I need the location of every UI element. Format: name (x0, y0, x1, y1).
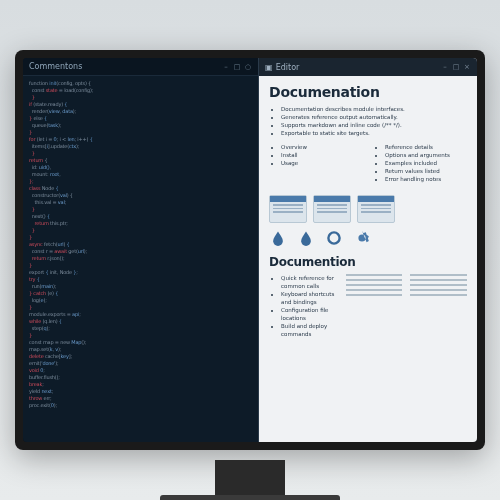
doc-heading-2: Documention (269, 255, 467, 269)
doc-item: Error handling notes (385, 175, 467, 183)
code-line[interactable]: items[i].update(ctx); (29, 143, 252, 150)
close-icon[interactable]: × (463, 63, 471, 71)
left-pane-title: Commentons (29, 62, 82, 71)
code-line[interactable]: } (29, 150, 252, 157)
code-line[interactable]: map.set(k, v); (29, 346, 252, 353)
code-line[interactable]: queue(task); (29, 122, 252, 129)
tile-row (269, 195, 467, 223)
right-pane-title: Editor (276, 63, 300, 72)
code-line[interactable]: } (29, 262, 252, 269)
doc-item: Documentation describes module interface… (281, 105, 467, 113)
code-line[interactable]: for (let i = 0; i < len; i++) { (29, 136, 252, 143)
preview-tile[interactable] (269, 195, 307, 223)
documentation-pane: ▣ Editor – □ × Documenation Documentatio… (259, 58, 477, 442)
code-line[interactable]: } else { (29, 115, 252, 122)
doc-heading-1: Documenation (269, 84, 467, 100)
code-line[interactable]: const r = await get(url); (29, 248, 252, 255)
code-line[interactable]: next() { (29, 213, 252, 220)
code-line[interactable]: } (29, 332, 252, 339)
preview-tile[interactable] (313, 195, 351, 223)
maximize-icon[interactable]: □ (233, 63, 241, 71)
code-line[interactable]: return r.json(); (29, 255, 252, 262)
code-line[interactable]: if (state.ready) { (29, 101, 252, 108)
preview-tile[interactable] (357, 195, 395, 223)
doc-item: Usage (281, 159, 363, 167)
right-window-controls: – □ × (441, 63, 471, 71)
code-line[interactable]: class Node { (29, 185, 252, 192)
doc-item: Generates reference output automatically… (281, 113, 467, 121)
code-line[interactable]: }; (29, 178, 252, 185)
doc-item: Return values listed (385, 167, 467, 175)
code-line[interactable]: try { (29, 276, 252, 283)
doc-item: Configuration file locations (281, 306, 338, 322)
doc-item: Examples included (385, 159, 467, 167)
doc-item: Options and arguments (385, 151, 467, 159)
doc-item: Install (281, 151, 363, 159)
code-line[interactable]: yield next; (29, 388, 252, 395)
gear-icon[interactable] (353, 229, 371, 247)
code-line[interactable]: } (29, 94, 252, 101)
code-line[interactable]: break; (29, 381, 252, 388)
code-line[interactable]: id: uid(), (29, 164, 252, 171)
code-line[interactable]: module.exports = api; (29, 311, 252, 318)
code-line[interactable]: proc.exit(0); (29, 402, 252, 409)
left-window-controls: – □ ○ (222, 63, 252, 71)
drop-icon[interactable] (269, 229, 287, 247)
code-line[interactable]: while (q.len) { (29, 318, 252, 325)
code-line[interactable]: step(q); (29, 325, 252, 332)
minimize-icon[interactable]: – (441, 63, 449, 71)
code-line[interactable]: emit('done'); (29, 360, 252, 367)
doc-item: Overview (281, 143, 363, 151)
doc-item: Reference details (385, 143, 467, 151)
code-line[interactable]: } (29, 227, 252, 234)
code-line[interactable]: return this.ptr; (29, 220, 252, 227)
code-line[interactable]: } (29, 234, 252, 241)
ring-icon[interactable] (325, 229, 343, 247)
doc-item: Supports markdown and inline code (/** *… (281, 121, 467, 129)
minimize-icon[interactable]: – (222, 63, 230, 71)
code-line[interactable]: const map = new Map(); (29, 339, 252, 346)
doc-section-2: Quick reference for common callsKeyboard… (269, 274, 338, 338)
code-line[interactable]: render(view, data); (29, 108, 252, 115)
code-line[interactable]: void 0; (29, 367, 252, 374)
code-line[interactable]: async fetch(url) { (29, 241, 252, 248)
svg-point-0 (328, 232, 339, 243)
drop-icon[interactable] (297, 229, 315, 247)
code-line[interactable]: } catch (e) { (29, 290, 252, 297)
code-line[interactable]: const state = load(config); (29, 87, 252, 94)
code-line[interactable]: buffer.flush(); (29, 374, 252, 381)
left-titlebar[interactable]: Commentons – □ ○ (23, 58, 258, 76)
doc-col-right: Reference detailsOptions and argumentsEx… (373, 143, 467, 183)
maximize-icon[interactable]: □ (452, 63, 460, 71)
code-line[interactable]: export { init, Node }; (29, 269, 252, 276)
code-editor-pane: Commentons – □ ○ function init(config, o… (23, 58, 259, 442)
doc-item: Exportable to static site targets. (281, 129, 467, 137)
code-line[interactable]: } (29, 206, 252, 213)
code-line[interactable]: } (29, 304, 252, 311)
doc-item: Build and deploy commands (281, 322, 338, 338)
doc-content: Documenation Documentation describes mod… (259, 76, 477, 442)
doc-col-left: OverviewInstallUsage (269, 143, 363, 183)
code-area[interactable]: function init(config, opts) { const stat… (23, 76, 258, 442)
code-line[interactable]: mount: root, (29, 171, 252, 178)
monitor-stand (215, 460, 285, 495)
list-graphic (410, 274, 467, 344)
code-line[interactable]: throw err; (29, 395, 252, 402)
code-line[interactable]: delete cache[key]; (29, 353, 252, 360)
doc-section-1: Documentation describes module interface… (269, 105, 467, 137)
code-line[interactable]: return { (29, 157, 252, 164)
icon-row (269, 229, 467, 247)
code-line[interactable]: run(main); (29, 283, 252, 290)
list-graphic (346, 274, 403, 344)
doc-item: Quick reference for common calls (281, 274, 338, 290)
doc-item: Keyboard shortcuts and bindings (281, 290, 338, 306)
code-line[interactable]: } (29, 129, 252, 136)
app-icon: ▣ (265, 63, 273, 72)
code-line[interactable]: constructor(val) { (29, 192, 252, 199)
code-line[interactable]: log(e); (29, 297, 252, 304)
code-line[interactable]: function init(config, opts) { (29, 80, 252, 87)
right-titlebar[interactable]: ▣ Editor – □ × (259, 58, 477, 76)
close-icon[interactable]: ○ (244, 63, 252, 71)
monitor-frame: Commentons – □ ○ function init(config, o… (15, 50, 485, 450)
code-line[interactable]: this.val = val; (29, 199, 252, 206)
